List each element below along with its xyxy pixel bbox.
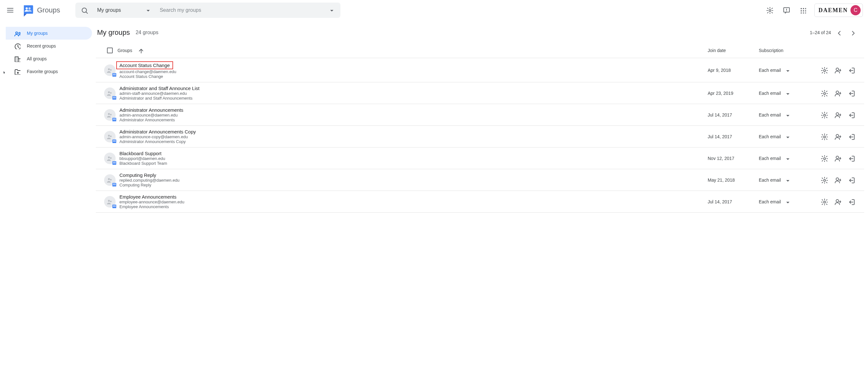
group-name[interactable]: Administrator Announcements Copy [119,129,196,134]
feedback-icon [783,7,790,14]
group-info: Computing Replyreplied.computing@daemen.… [118,172,708,187]
column-groups-header[interactable]: Groups [118,48,708,53]
person-add-icon [834,198,841,205]
group-name[interactable]: Blackboard Support [119,151,162,156]
subscription-value: Each email [759,134,781,139]
group-info: Administrator and Staff Announce Listadm… [118,86,708,101]
group-row[interactable]: Administrator Announcementsadmin-announc… [96,104,864,126]
add-member-button[interactable] [834,198,841,205]
add-member-button[interactable] [834,90,841,97]
search-input[interactable] [155,7,325,13]
column-subscription-header[interactable]: Subscription [759,48,864,53]
group-count: 24 groups [136,30,158,35]
group-description: Blackboard Support Team [119,161,708,166]
search-icon [81,7,88,14]
leave-icon [847,133,855,140]
next-page-button[interactable] [846,26,859,39]
group-row[interactable]: Computing Replyreplied.computing@daemen.… [96,169,864,191]
sidebar-item-label: My groups [27,31,48,36]
subscription-dropdown[interactable]: Each email [759,113,804,118]
group-email: admin-announce@daemen.edu [119,113,708,118]
sidebar: My groupsRecent groupsAll groupsFavorite… [0,21,96,213]
group-name[interactable]: Computing Reply [119,172,156,178]
join-date: Apr 9, 2018 [708,68,759,73]
column-join-header[interactable]: Join date [708,48,759,53]
column-groups-label: Groups [118,48,132,53]
group-row[interactable]: Account Status Changeaccount-change@daem… [96,58,864,82]
apps-button[interactable] [795,3,810,18]
settings-button[interactable] [762,3,777,18]
group-settings-button[interactable] [821,198,828,205]
leave-group-button[interactable] [847,133,855,140]
subscription-dropdown[interactable]: Each email [759,156,804,161]
product-logo-area[interactable]: Groups [22,4,60,17]
group-info: Blackboard Supportbbsupport@daemen.eduBl… [118,151,708,166]
group-settings-button[interactable] [821,177,828,184]
select-all-checkbox[interactable] [107,48,113,53]
add-member-button[interactable] [834,67,841,74]
caret-down-icon [785,156,790,161]
subscription-dropdown[interactable]: Each email [759,68,804,73]
subscription-dropdown[interactable]: Each email [759,199,804,204]
caret-down-icon [785,134,790,139]
group-row[interactable]: Blackboard Supportbbsupport@daemen.eduBl… [96,148,864,169]
chevron-right-icon [849,29,856,36]
leave-group-button[interactable] [847,155,855,162]
search-scope-dropdown[interactable]: My groups [91,7,155,13]
expand-caret[interactable] [0,70,6,73]
add-member-button[interactable] [834,133,841,140]
subscription-dropdown[interactable]: Each email [759,178,804,183]
row-actions [804,177,864,184]
leave-group-button[interactable] [847,198,855,205]
join-date: Jul 14, 2017 [708,199,759,204]
row-actions [804,155,864,162]
join-date: Jul 14, 2017 [708,134,759,139]
gear-icon [766,7,773,14]
subscription-value: Each email [759,91,781,96]
sidebar-item-favorite-groups[interactable]: Favorite groups [6,65,92,78]
group-email: replied.computing@daemen.edu [119,178,708,183]
person-add-icon [834,112,841,119]
leave-group-button[interactable] [847,177,855,184]
caret-down-icon [785,199,790,204]
sidebar-item-recent-groups[interactable]: Recent groups [6,40,92,52]
account-switcher[interactable]: DAEMEN C [814,3,863,17]
prev-page-button[interactable] [832,26,845,39]
pagination-range: 1–24 of 24 [810,30,831,35]
leave-icon [847,177,855,184]
leave-group-button[interactable] [847,112,855,119]
feedback-button[interactable] [779,3,794,18]
leave-group-button[interactable] [847,90,855,97]
group-settings-button[interactable] [821,133,828,140]
group-name[interactable]: Employee Announcements [119,194,176,199]
group-row[interactable]: Administrator Announcements Copyadmin-an… [96,126,864,148]
column-subscription-label: Subscription [759,48,783,53]
group-settings-button[interactable] [821,112,828,119]
group-description: Administrator and Staff Announcements [119,96,708,101]
sidebar-item-all-groups[interactable]: All groups [6,52,92,65]
group-name[interactable]: Administrator and Staff Announce List [119,86,199,91]
add-member-button[interactable] [834,112,841,119]
group-name[interactable]: Administrator Announcements [119,107,183,113]
group-email: admin-staff-announce@daemen.edu [119,91,708,96]
org-badge-icon [112,181,117,186]
header-actions: DAEMEN C [762,3,865,18]
group-settings-button[interactable] [821,155,828,162]
add-member-button[interactable] [834,177,841,184]
leave-group-button[interactable] [847,67,855,74]
group-row[interactable]: Employee Announcementsemployee-announce@… [96,191,864,213]
sidebar-item-my-groups[interactable]: My groups [6,27,92,40]
subscription-dropdown[interactable]: Each email [759,91,804,96]
group-row[interactable]: Administrator and Staff Announce Listadm… [96,82,864,104]
group-settings-button[interactable] [821,90,828,97]
main-menu-button[interactable] [3,3,18,18]
group-name[interactable]: Account Status Change [116,61,173,69]
add-member-button[interactable] [834,155,841,162]
leave-icon [847,198,855,205]
search-options-dropdown[interactable] [325,7,338,13]
person-add-icon [834,90,841,97]
org-badge-icon [112,71,117,76]
subscription-dropdown[interactable]: Each email [759,134,804,139]
group-settings-button[interactable] [821,67,828,74]
search-button[interactable] [78,7,91,14]
